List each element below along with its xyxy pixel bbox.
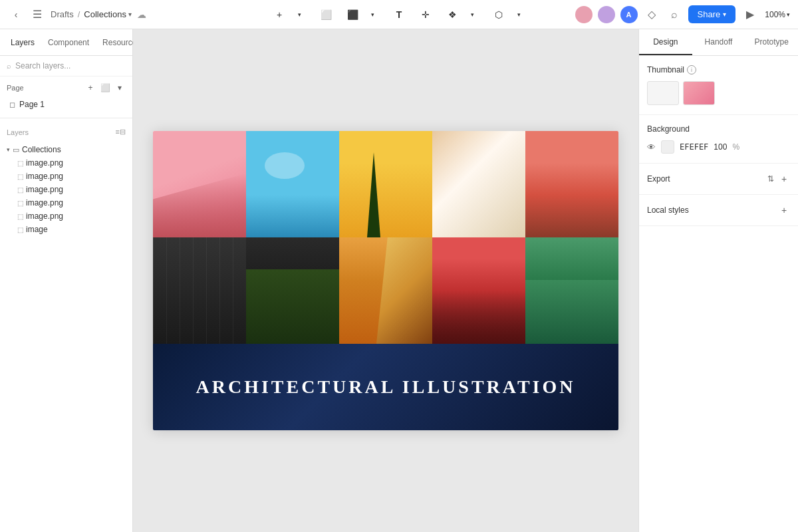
layer-item[interactable]: ⬚ image bbox=[11, 223, 132, 236]
illustration-cell-8 bbox=[339, 237, 432, 344]
search-icon: ⌕ bbox=[7, 62, 11, 70]
canvas[interactable]: ARCHITECTURAL ILLUSTRATION bbox=[133, 29, 638, 532]
background-title: Background bbox=[647, 124, 690, 134]
bg-opacity-pct: % bbox=[732, 142, 739, 152]
topbar-right: A ◇ ⌕ Share ▾ ▶ 100% ▾ bbox=[575, 5, 790, 24]
export-add-button[interactable]: + bbox=[778, 173, 790, 185]
add-caret-button[interactable]: ▾ bbox=[290, 5, 309, 24]
avatar-2 bbox=[598, 6, 615, 23]
layers-divider bbox=[0, 118, 132, 118]
back-button[interactable]: ‹ bbox=[8, 7, 24, 23]
breadcrumb-separator: / bbox=[78, 9, 80, 19]
local-styles-add-button[interactable]: + bbox=[778, 204, 790, 216]
move-tool-button[interactable]: ✛ bbox=[416, 5, 435, 24]
bg-color-value[interactable]: EFEFEF bbox=[680, 142, 708, 152]
avatar-3: A bbox=[620, 6, 638, 23]
background-row: 👁 EFEFEF 100 % bbox=[647, 140, 790, 154]
search-input[interactable] bbox=[15, 61, 126, 70]
image-icon: ⬚ bbox=[17, 200, 23, 207]
tab-component[interactable]: Component bbox=[43, 35, 94, 50]
add-page-button[interactable]: + bbox=[84, 82, 96, 94]
export-settings-icon[interactable]: ⇅ bbox=[767, 174, 774, 184]
local-styles-title: Local styles bbox=[647, 205, 689, 215]
artboard: ARCHITECTURAL ILLUSTRATION bbox=[153, 131, 618, 430]
layer-group-collections[interactable]: ▾ ▭ Collections bbox=[0, 143, 132, 156]
layers-header: Layers ≡⊟ bbox=[0, 124, 132, 140]
page-expand-button[interactable]: ▾ bbox=[114, 82, 126, 94]
tab-design[interactable]: Design bbox=[639, 29, 692, 55]
layer-group-name: Collections bbox=[22, 145, 61, 154]
illustration-cell-4 bbox=[432, 131, 525, 237]
layers-label: Layers bbox=[7, 128, 29, 136]
visibility-icon[interactable]: 👁 bbox=[647, 142, 656, 152]
thumbnail-pink bbox=[683, 81, 715, 105]
search-bar: ⌕ bbox=[0, 56, 132, 76]
tab-layers[interactable]: Layers bbox=[5, 35, 40, 50]
plugin-icon[interactable]: ◇ bbox=[643, 6, 660, 23]
image-icon: ⬚ bbox=[17, 160, 23, 167]
panel-tabs: Layers Component Resource bbox=[0, 29, 132, 56]
breadcrumb-parent[interactable]: Drafts bbox=[51, 9, 74, 19]
layer-name: image bbox=[26, 225, 48, 234]
layer-item[interactable]: ⬚ image.png bbox=[11, 170, 132, 183]
component-caret-button[interactable]: ▾ bbox=[463, 5, 481, 24]
layer-name: image.png bbox=[26, 158, 63, 168]
layers-sort-button[interactable]: ≡⊟ bbox=[116, 128, 126, 136]
export-section: Export ⇅ + bbox=[639, 164, 798, 195]
menu-button[interactable]: ☰ bbox=[29, 7, 45, 23]
layer-name: image.png bbox=[26, 172, 63, 181]
slice-caret-button[interactable]: ▾ bbox=[509, 5, 528, 24]
illustration-cell-10 bbox=[525, 237, 618, 344]
bg-opacity-value[interactable]: 100 bbox=[714, 142, 727, 152]
frame-tool-button[interactable]: ⬜ bbox=[317, 5, 335, 24]
local-styles-row: Local styles + bbox=[647, 204, 790, 216]
search-icon[interactable]: ⌕ bbox=[666, 6, 683, 23]
info-icon[interactable]: i bbox=[687, 65, 696, 74]
page-icon: ◻ bbox=[9, 100, 15, 109]
play-button[interactable]: ▶ bbox=[741, 5, 759, 24]
right-panel: Design Handoff Prototype Thumbnail i Bac… bbox=[638, 29, 798, 532]
thumbnail-section: Thumbnail i bbox=[639, 56, 798, 115]
breadcrumb-current[interactable]: Collections ▾ bbox=[84, 9, 132, 19]
main-content: Layers Component Resource ⌕ Page + ⬜ ▾ ◻… bbox=[0, 29, 798, 532]
page-item-1[interactable]: ◻ Page 1 bbox=[3, 96, 130, 112]
shape-tool-button[interactable]: ⬛ bbox=[343, 5, 362, 24]
tool-group-component: ❖ ▾ bbox=[443, 5, 481, 24]
page-header: Page + ⬜ ▾ bbox=[0, 76, 132, 96]
shape-caret-button[interactable]: ▾ bbox=[363, 5, 382, 24]
illustration-cell-1 bbox=[153, 131, 246, 237]
export-row: Export ⇅ + bbox=[647, 173, 790, 185]
illustration-cell-2 bbox=[246, 131, 339, 237]
topbar-left: ‹ ☰ Drafts / Collections ▾ ☁ bbox=[8, 7, 146, 23]
tab-handoff[interactable]: Handoff bbox=[692, 29, 745, 55]
layer-item[interactable]: ⬚ image.png bbox=[11, 183, 132, 196]
layer-item[interactable]: ⬚ image.png bbox=[11, 156, 132, 170]
slice-tool-button[interactable]: ⬡ bbox=[489, 5, 508, 24]
component-tool-button[interactable]: ❖ bbox=[443, 5, 462, 24]
illustration-cell-5 bbox=[525, 131, 618, 237]
image-icon: ⬚ bbox=[17, 173, 23, 180]
tool-group-shape: ⬛ ▾ bbox=[343, 5, 382, 24]
layer-item[interactable]: ⬚ image.png bbox=[11, 196, 132, 209]
tab-prototype[interactable]: Prototype bbox=[745, 29, 798, 55]
add-tool-button[interactable]: + bbox=[270, 5, 289, 24]
layers-controls: ≡⊟ bbox=[116, 128, 126, 136]
banner: ARCHITECTURAL ILLUSTRATION bbox=[153, 344, 618, 430]
layer-item[interactable]: ⬚ image.png bbox=[11, 209, 132, 223]
illustration-cell-7 bbox=[246, 237, 339, 344]
group-folder-icon: ▭ bbox=[13, 146, 19, 154]
tool-group-slice: ⬡ ▾ bbox=[489, 5, 528, 24]
share-button[interactable]: Share ▾ bbox=[688, 5, 736, 23]
page-options-button[interactable]: ⬜ bbox=[99, 82, 111, 94]
text-tool-button[interactable]: T bbox=[390, 5, 408, 24]
bg-color-swatch[interactable] bbox=[661, 140, 674, 154]
zoom-control[interactable]: 100% ▾ bbox=[765, 10, 790, 19]
export-actions: ⇅ + bbox=[767, 173, 790, 185]
tool-group-add: + ▾ bbox=[270, 5, 309, 24]
page-section-label: Page bbox=[7, 84, 24, 92]
thumbnail-preview bbox=[647, 81, 790, 105]
illustration-grid bbox=[153, 131, 618, 344]
page-name: Page 1 bbox=[19, 100, 45, 109]
image-icon: ⬚ bbox=[17, 226, 23, 233]
cloud-icon: ☁ bbox=[137, 9, 146, 20]
